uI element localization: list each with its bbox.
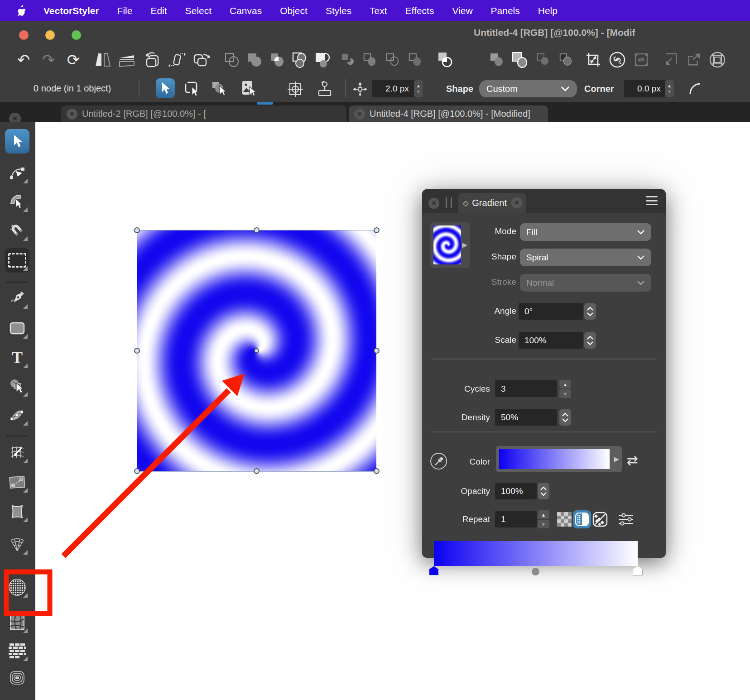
flip-vertical-icon[interactable] <box>117 49 137 71</box>
snap-target-icon[interactable] <box>285 80 305 98</box>
cycles-field[interactable]: 3 <box>495 380 557 397</box>
shape-combine-icon[interactable] <box>487 49 507 71</box>
boolean-outline-icon[interactable] <box>383 49 403 71</box>
blob-tool[interactable] <box>5 499 29 524</box>
angle-spinner[interactable] <box>584 303 596 320</box>
gradient-panel-tab[interactable]: ◇ Gradient × <box>458 193 526 213</box>
stroke-width-field[interactable]: 2.0 px <box>372 80 417 97</box>
move-icon[interactable] <box>351 81 369 97</box>
reverse-gradient-icon[interactable]: ⇄ <box>627 454 638 467</box>
object-center-point[interactable] <box>254 348 259 353</box>
boolean-union-icon[interactable] <box>222 49 242 71</box>
undo-icon[interactable]: ↶ <box>14 49 34 71</box>
image-gradient-tool[interactable] <box>5 470 29 494</box>
mesh-warp-tool[interactable] <box>5 441 29 465</box>
place-inside-icon[interactable] <box>660 49 680 71</box>
gradient-options-icon[interactable] <box>617 510 635 528</box>
scale-spinner[interactable] <box>584 332 596 349</box>
brick-pattern-tool[interactable] <box>5 638 29 663</box>
close-window-button[interactable] <box>19 30 29 40</box>
tab-close-icon[interactable]: × <box>67 109 77 120</box>
menu-canvas[interactable]: Canvas <box>230 5 262 16</box>
gradient-panel-header[interactable]: × ◇ Gradient × <box>422 189 666 213</box>
opacity-spinner[interactable] <box>538 483 549 499</box>
panel-tab-close-icon[interactable]: × <box>511 197 522 208</box>
boolean-cutout-icon[interactable] <box>405 49 425 71</box>
corner-field[interactable]: 0.0 px <box>624 80 668 97</box>
menu-edit[interactable]: Edit <box>150 5 167 16</box>
rotate-left-icon[interactable] <box>143 49 163 71</box>
sync-icon[interactable]: ⟳ <box>63 49 83 71</box>
corner-curve-icon[interactable] <box>688 81 707 97</box>
shape-back-icon[interactable] <box>534 49 553 71</box>
selection-handle-bottom-left[interactable] <box>134 468 140 474</box>
repeat-stepper[interactable]: ▲▼ <box>538 510 549 528</box>
menu-file[interactable]: File <box>117 5 133 16</box>
mode-dropdown[interactable]: Fill <box>520 223 651 241</box>
tab-close-icon[interactable]: × <box>354 109 365 120</box>
repeat-mode-tile-icon[interactable] <box>555 510 573 528</box>
rectangle-tool[interactable] <box>5 316 29 340</box>
fan-mesh-tool[interactable] <box>5 532 29 556</box>
pen-tool[interactable] <box>5 286 29 311</box>
shape-slice-icon[interactable] <box>435 49 455 71</box>
shape-edit-tool[interactable] <box>5 189 29 214</box>
boolean-exclude-icon[interactable] <box>290 49 310 71</box>
zoom-window-button[interactable] <box>72 30 81 40</box>
angle-field[interactable]: 0° <box>519 303 583 320</box>
cycles-stepper[interactable]: ▲▼ <box>559 380 571 398</box>
select-tool[interactable] <box>5 129 29 153</box>
scale-field[interactable]: 100% <box>519 332 583 349</box>
density-spinner[interactable] <box>559 409 571 426</box>
selection-handle-bottom-center[interactable] <box>254 468 260 474</box>
redo-icon[interactable]: ↷ <box>38 49 58 71</box>
marquee-tool[interactable] <box>5 248 29 273</box>
boolean-merge-icon[interactable] <box>245 49 264 71</box>
boolean-trim-icon[interactable] <box>360 49 380 71</box>
menu-help[interactable]: Help <box>538 5 558 16</box>
boolean-intersect-icon[interactable] <box>267 49 287 71</box>
tab-untitled-4[interactable]: × Untitled-4 [RGB] [@100.0%] - [Modified… <box>349 105 548 122</box>
grid-warp-tool[interactable] <box>5 610 29 635</box>
open-external-icon[interactable] <box>685 49 705 71</box>
gradient-midpoint-marker[interactable] <box>532 568 539 575</box>
selection-handle-top-right[interactable] <box>374 227 380 233</box>
boolean-divide-icon[interactable] <box>337 49 357 71</box>
opacity-field[interactable]: 100% <box>495 483 537 499</box>
menu-effects[interactable]: Effects <box>405 5 434 16</box>
boolean-subtract-icon[interactable] <box>312 49 332 71</box>
shape-mask-icon[interactable] <box>556 49 576 71</box>
rotate-right-icon[interactable] <box>191 49 211 71</box>
corner-stepper[interactable]: ▲▼ <box>665 80 674 97</box>
text-tool[interactable]: T <box>5 345 29 370</box>
shape-select-button[interactable] <box>209 78 228 98</box>
selection-handle-middle-left[interactable] <box>134 348 140 354</box>
node-tool[interactable] <box>5 161 29 185</box>
crop-icon[interactable] <box>583 49 603 71</box>
stroke-width-stepper[interactable]: ▲▼ <box>414 80 423 97</box>
link-icon[interactable] <box>607 49 627 71</box>
menu-object[interactable]: Object <box>280 5 308 16</box>
linked-frame-icon[interactable] <box>631 49 651 71</box>
shape-dropdown[interactable]: Spiral <box>520 249 651 266</box>
shape-dropdown[interactable]: Custom <box>479 80 577 97</box>
menu-view[interactable]: View <box>452 5 472 16</box>
app-name[interactable]: VectorStyler <box>43 5 99 16</box>
repeat-mode-diagonal-icon[interactable] <box>591 510 609 528</box>
warp-node-tool[interactable] <box>5 403 29 427</box>
flip-horizontal-icon[interactable] <box>93 49 113 71</box>
menu-panels[interactable]: Panels <box>491 5 520 16</box>
selection-handle-bottom-right[interactable] <box>374 468 380 474</box>
selection-handle-top-center[interactable] <box>254 227 260 233</box>
select-tool-button[interactable] <box>156 78 175 98</box>
selection-handle-middle-right[interactable] <box>374 348 380 354</box>
menu-styles[interactable]: Styles <box>326 5 351 16</box>
shape-builder-tool[interactable] <box>5 374 29 398</box>
selection-handle-top-left[interactable] <box>134 227 140 233</box>
image-select-button[interactable] <box>239 78 258 98</box>
rotate-object-icon[interactable] <box>167 49 187 71</box>
shape-front-icon[interactable] <box>510 49 529 71</box>
stroke-dropdown[interactable]: Normal <box>520 274 651 292</box>
repeat-mode-dither-icon[interactable] <box>573 510 591 528</box>
magnet-tool[interactable] <box>5 218 29 243</box>
